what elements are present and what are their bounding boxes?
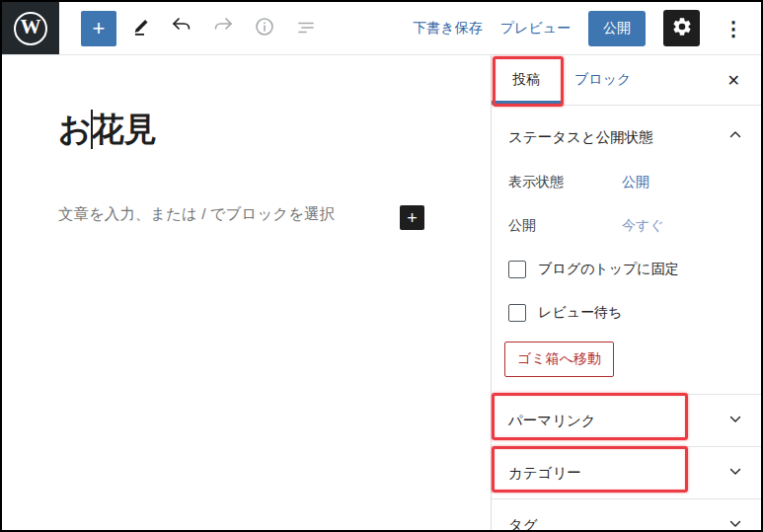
gear-icon xyxy=(671,16,693,40)
pending-review-row[interactable]: レビュー待ち xyxy=(492,304,761,322)
tab-block[interactable]: ブロック xyxy=(571,55,635,105)
panel-status-visibility: ステータスと公開状態 表示状態 公開 公開 今すぐ ブログのトップに固定 xyxy=(492,106,761,377)
info-icon xyxy=(253,15,276,41)
preview-button[interactable]: プレビュー xyxy=(500,20,571,38)
chevron-up-icon xyxy=(726,126,744,148)
panel-tags-title: タグ xyxy=(508,516,538,532)
redo-button[interactable] xyxy=(205,11,241,46)
topbar-tools: + xyxy=(81,11,324,46)
wordpress-menu-button[interactable]: W xyxy=(2,2,59,54)
publish-button[interactable]: 公開 xyxy=(588,11,646,46)
publish-date-label: 公開 xyxy=(508,217,622,235)
publish-date-value-link[interactable]: 今すぐ xyxy=(622,217,664,235)
panel-status-title: ステータスと公開状態 xyxy=(508,128,653,147)
settings-sidebar: 投稿 ブロック ✕ ステータスと公開状態 表示状態 公開 公開 今すぐ xyxy=(491,55,761,530)
chevron-down-icon xyxy=(726,462,744,484)
save-draft-button[interactable]: 下書き保存 xyxy=(413,20,482,38)
editor-topbar: W + xyxy=(2,2,761,55)
panel-permalink-title: パーマリンク xyxy=(508,412,596,430)
panel-tags-header[interactable]: タグ xyxy=(492,499,761,532)
visibility-value-link[interactable]: 公開 xyxy=(622,174,649,191)
redo-icon xyxy=(211,15,235,41)
tab-post[interactable]: 投稿 xyxy=(492,55,561,105)
panel-permalink-header[interactable]: パーマリンク xyxy=(492,395,761,447)
panel-status-header[interactable]: ステータスと公開状態 xyxy=(492,106,761,148)
add-block-button[interactable]: + xyxy=(400,205,424,230)
move-to-trash-button[interactable]: ゴミ箱へ移動 xyxy=(504,342,614,377)
list-view-icon xyxy=(294,15,318,41)
chevron-down-icon xyxy=(726,514,744,532)
wordpress-logo-letter: W xyxy=(21,17,41,38)
undo-button[interactable] xyxy=(164,11,199,46)
info-button[interactable] xyxy=(247,11,282,46)
panel-category-title: カテゴリー xyxy=(508,464,581,483)
visibility-row: 表示状態 公開 xyxy=(492,174,761,191)
settings-button[interactable] xyxy=(663,10,700,46)
sidebar-tabs: 投稿 ブロック ✕ xyxy=(492,55,761,106)
stick-to-top-checkbox[interactable] xyxy=(508,261,526,278)
editor-canvas[interactable]: お花見 文章を入力、または / でブロックを選択 + xyxy=(2,55,491,530)
pending-review-label: レビュー待ち xyxy=(538,304,622,322)
paragraph-placeholder[interactable]: 文章を入力、または / でブロックを選択 xyxy=(58,204,335,225)
visibility-label: 表示状態 xyxy=(508,174,622,191)
list-view-button[interactable] xyxy=(288,11,324,46)
block-inserter-button[interactable]: + xyxy=(81,11,116,46)
pencil-icon xyxy=(128,15,152,41)
text-caret xyxy=(91,110,93,149)
publish-date-row: 公開 今すぐ xyxy=(492,217,761,235)
topbar-actions: 下書き保存 プレビュー 公開 ⋮ xyxy=(413,10,761,46)
stick-to-top-label: ブログのトップに固定 xyxy=(538,261,679,278)
wordpress-block-editor: W + xyxy=(0,0,763,532)
pending-review-checkbox[interactable] xyxy=(508,304,526,322)
stick-to-top-row[interactable]: ブログのトップに固定 xyxy=(492,261,761,278)
post-title-input[interactable]: お花見 xyxy=(58,109,157,149)
panel-category-header[interactable]: カテゴリー xyxy=(492,447,761,499)
wordpress-logo-icon: W xyxy=(14,12,47,45)
undo-icon xyxy=(170,15,193,41)
tools-button[interactable] xyxy=(122,11,158,46)
options-menu-button[interactable]: ⋮ xyxy=(718,13,749,44)
chevron-down-icon xyxy=(726,410,744,431)
close-sidebar-button[interactable]: ✕ xyxy=(724,67,744,94)
